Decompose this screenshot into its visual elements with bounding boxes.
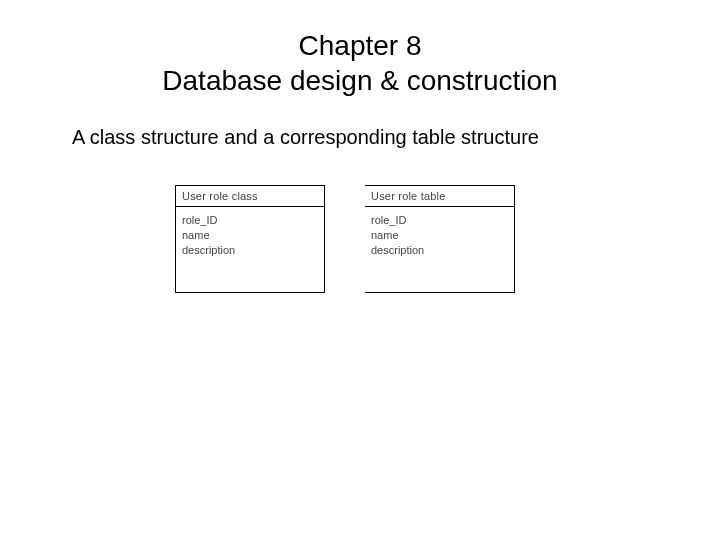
table-attr: name bbox=[371, 228, 508, 243]
class-structure-box: User role class role_ID name description bbox=[175, 185, 325, 293]
class-attr: role_ID bbox=[182, 213, 318, 228]
class-box-header: User role class bbox=[176, 186, 324, 207]
chapter-title: Database design & construction bbox=[0, 63, 720, 98]
class-attr: name bbox=[182, 228, 318, 243]
table-box-body: role_ID name description bbox=[365, 207, 514, 292]
class-box-body: role_ID name description bbox=[176, 207, 324, 292]
table-attr: role_ID bbox=[371, 213, 508, 228]
table-box-header: User role table bbox=[365, 186, 514, 207]
title-block: Chapter 8 Database design & construction bbox=[0, 0, 720, 98]
table-attr: description bbox=[371, 243, 508, 258]
subtitle: A class structure and a corresponding ta… bbox=[72, 126, 720, 149]
class-attr: description bbox=[182, 243, 318, 258]
diagram-row: User role class role_ID name description… bbox=[175, 185, 720, 293]
table-structure-box: User role table role_ID name description bbox=[365, 185, 515, 293]
chapter-number: Chapter 8 bbox=[0, 28, 720, 63]
